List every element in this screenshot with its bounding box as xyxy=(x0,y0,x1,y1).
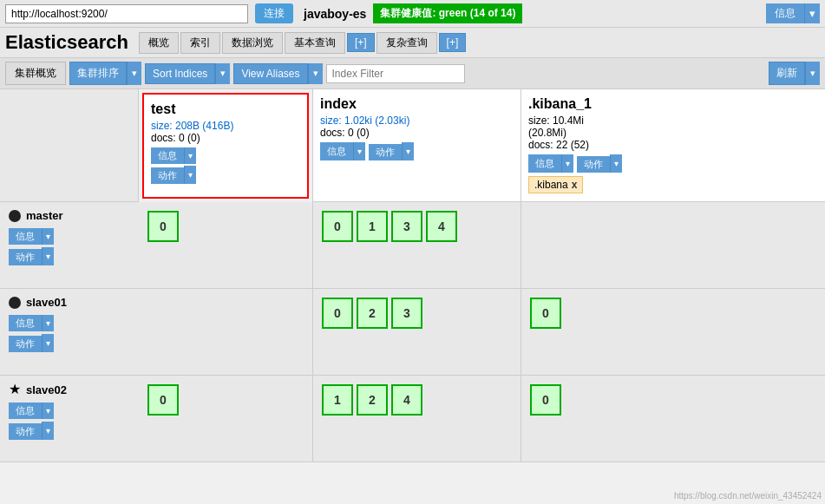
shard-box: 3 xyxy=(391,298,422,329)
test-index-docs: docs: 0 (0) xyxy=(151,132,300,144)
slave02-action-button[interactable]: 动作 xyxy=(9,423,42,440)
nav-data-browser[interactable]: 数据浏览 xyxy=(222,32,283,54)
shard-box: 4 xyxy=(391,384,422,416)
test-action-button[interactable]: 动作 xyxy=(151,167,184,184)
view-aliases-arrow[interactable]: ▾ xyxy=(308,63,323,84)
test-info-button[interactable]: 信息 xyxy=(151,147,184,164)
slave02-name-row: ★ slave02 xyxy=(9,383,67,396)
master-action-button[interactable]: 动作 xyxy=(9,249,42,265)
kibana-info-group: 信息 ▾ 动作 ▾ xyxy=(528,154,818,173)
app-title: Elasticsearch xyxy=(5,31,128,54)
kibana-index-column: .kibana_1 size: 10.4Mi (20.8Mi) docs: 22… xyxy=(521,89,825,462)
slave01-action-button[interactable]: 动作 xyxy=(9,336,42,352)
view-aliases-group: View Aliases ▾ xyxy=(233,63,322,84)
index-index-title: index xyxy=(320,96,514,112)
test-index-column: test size: 208B (416B) docs: 0 (0) 信息 ▾ … xyxy=(139,89,312,462)
master-info-group: 信息 ▾ xyxy=(9,228,54,245)
nav-basic-plus[interactable]: [+] xyxy=(347,33,375,52)
refresh-arrow[interactable]: ▾ xyxy=(805,62,820,85)
kibana-index-header: .kibana_1 size: 10.4Mi (20.8Mi) docs: 22… xyxy=(521,89,825,202)
kibana-action-button[interactable]: 动作 xyxy=(577,156,610,173)
kibana-info-button[interactable]: 信息 xyxy=(528,154,561,173)
slave01-action-arrow[interactable]: ▾ xyxy=(42,334,54,352)
test-slave01-shards xyxy=(139,289,312,376)
index-index-header: index size: 1.02ki (2.03ki) docs: 0 (0) … xyxy=(313,89,521,202)
index-index-column: index size: 1.02ki (2.03ki) docs: 0 (0) … xyxy=(312,89,521,462)
slave02-info-button[interactable]: 信息 xyxy=(9,403,42,419)
slave01-label: slave01 xyxy=(26,296,67,309)
test-slave02-shards: 0 xyxy=(139,376,312,462)
view-aliases-button[interactable]: View Aliases xyxy=(233,63,307,84)
node-row-slave01: slave01 信息 ▾ 动作 ▾ xyxy=(0,289,139,376)
master-label: master xyxy=(26,209,63,222)
node-column-header xyxy=(0,89,139,202)
cluster-sort-arrow[interactable]: ▾ xyxy=(127,62,141,85)
kibana-alias-tag: .kibana x xyxy=(528,176,583,193)
refresh-group: 刷新 ▾ xyxy=(769,62,820,85)
slave02-label: slave02 xyxy=(26,383,67,396)
kibana-slave02-shards: 0 xyxy=(521,376,825,462)
nav-complex-plus[interactable]: [+] xyxy=(439,33,467,52)
sort-indices-arrow[interactable]: ▾ xyxy=(215,63,230,84)
shard-box: 1 xyxy=(322,384,353,416)
nav-basic-query[interactable]: 基本查询 xyxy=(285,32,345,54)
shard-box: 0 xyxy=(147,384,179,416)
nav-complex-query[interactable]: 复杂查询 xyxy=(376,32,437,54)
test-info-group: 信息 ▾ xyxy=(151,147,300,164)
index-action-arrow[interactable]: ▾ xyxy=(402,142,414,160)
action-bar: 集群概览 集群排序 ▾ Sort Indices ▾ View Aliases … xyxy=(0,58,825,89)
url-input[interactable] xyxy=(5,4,248,23)
slave01-name-row: slave01 xyxy=(9,296,67,309)
connect-button[interactable]: 连接 xyxy=(255,3,293,23)
shard-box: 0 xyxy=(530,298,561,329)
slave02-info-group: 信息 ▾ xyxy=(9,403,54,419)
cluster-sort-button[interactable]: 集群排序 xyxy=(69,62,127,85)
master-action-group: 动作 ▾ xyxy=(9,247,54,265)
nav-overview[interactable]: 概览 xyxy=(139,32,179,54)
node-column: master 信息 ▾ 动作 ▾ slave01 信息 ▾ 动作 ▾ xyxy=(0,89,139,462)
index-slave01-shards: 0 2 3 xyxy=(313,289,521,376)
index-filter-input[interactable] xyxy=(326,64,465,83)
index-master-shards: 0 1 3 4 xyxy=(313,202,521,289)
index-info-arrow[interactable]: ▾ xyxy=(353,142,365,160)
info-button[interactable]: 信息 xyxy=(766,3,804,23)
test-action-group: 动作 ▾ xyxy=(151,166,300,184)
master-action-arrow[interactable]: ▾ xyxy=(42,247,54,265)
slave01-action-group: 动作 ▾ xyxy=(9,334,54,352)
slave01-info-arrow[interactable]: ▾ xyxy=(42,315,54,331)
sort-indices-group: Sort Indices ▾ xyxy=(145,63,230,84)
shard-box: 4 xyxy=(426,211,457,242)
test-index-size: size: 208B (416B) xyxy=(151,120,300,132)
master-dot-icon xyxy=(9,210,21,222)
test-info-arrow[interactable]: ▾ xyxy=(184,147,196,164)
test-master-shards: 0 xyxy=(139,202,312,289)
index-info-button[interactable]: 信息 xyxy=(320,142,353,160)
kibana-slave01-shards: 0 xyxy=(521,289,825,376)
nav-indices[interactable]: 索引 xyxy=(180,32,220,54)
slave01-dot-icon xyxy=(9,297,21,309)
kibana-alias-remove[interactable]: x xyxy=(572,179,578,191)
node-row-master: master 信息 ▾ 动作 ▾ xyxy=(0,202,139,289)
kibana-action-arrow[interactable]: ▾ xyxy=(610,154,622,173)
slave02-action-arrow[interactable]: ▾ xyxy=(42,422,54,440)
kibana-alias-label: .kibana xyxy=(534,179,568,191)
master-info-arrow[interactable]: ▾ xyxy=(42,228,54,245)
kibana-info-arrow[interactable]: ▾ xyxy=(561,154,573,173)
index-action-button[interactable]: 动作 xyxy=(369,144,402,160)
kibana-master-shards xyxy=(521,202,825,289)
cluster-sort-group: 集群排序 ▾ xyxy=(69,62,141,85)
info-arrow-button[interactable]: ▾ xyxy=(804,3,820,23)
master-info-button[interactable]: 信息 xyxy=(9,228,42,245)
kibana-index-size1: size: 10.4Mi xyxy=(528,115,818,127)
top-bar: 连接 javaboy-es 集群健康值: green (14 of 14) 信息… xyxy=(0,0,825,28)
slave01-info-group: 信息 ▾ xyxy=(9,315,54,331)
health-badge: 集群健康值: green (14 of 14) xyxy=(373,3,522,23)
kibana-index-title: .kibana_1 xyxy=(528,96,818,112)
refresh-button[interactable]: 刷新 xyxy=(769,62,805,85)
slave02-info-arrow[interactable]: ▾ xyxy=(42,403,54,419)
cluster-overview-button[interactable]: 集群概览 xyxy=(5,62,66,85)
sort-indices-button[interactable]: Sort Indices xyxy=(145,63,215,84)
test-action-arrow[interactable]: ▾ xyxy=(184,166,196,184)
slave01-info-button[interactable]: 信息 xyxy=(9,315,42,331)
index-index-size: size: 1.02ki (2.03ki) xyxy=(320,115,514,127)
